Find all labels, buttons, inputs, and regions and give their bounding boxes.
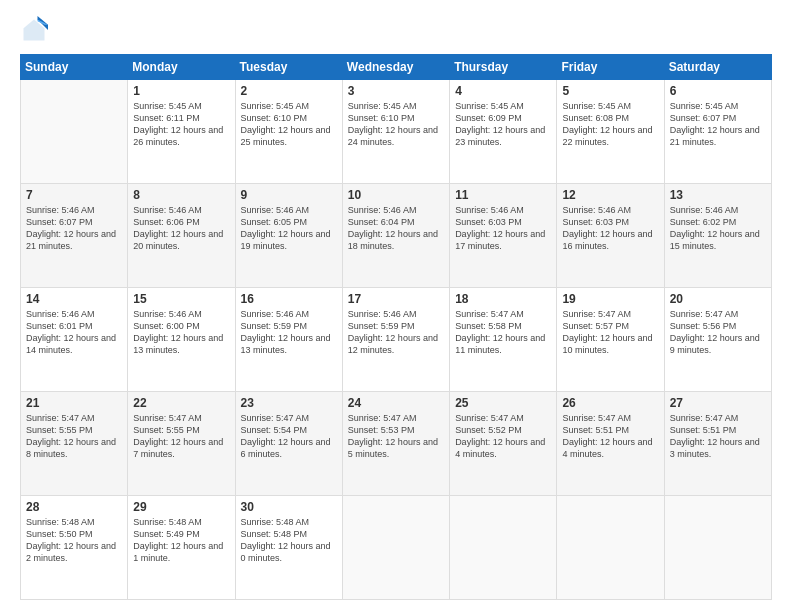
sunrise-text: Sunrise: 5:45 AM	[670, 100, 766, 112]
day-number: 6	[670, 84, 766, 98]
daylight-text: Daylight: 12 hours and 2 minutes.	[26, 540, 122, 564]
sunrise-text: Sunrise: 5:46 AM	[455, 204, 551, 216]
sunset-text: Sunset: 5:52 PM	[455, 424, 551, 436]
sunrise-text: Sunrise: 5:47 AM	[455, 308, 551, 320]
sunrise-text: Sunrise: 5:46 AM	[562, 204, 658, 216]
sunset-text: Sunset: 5:59 PM	[348, 320, 444, 332]
daylight-text: Daylight: 12 hours and 26 minutes.	[133, 124, 229, 148]
calendar-cell: 30 Sunrise: 5:48 AM Sunset: 5:48 PM Dayl…	[235, 496, 342, 600]
sunrise-text: Sunrise: 5:47 AM	[241, 412, 337, 424]
cell-info: Sunrise: 5:45 AM Sunset: 6:09 PM Dayligh…	[455, 100, 551, 149]
sunset-text: Sunset: 5:53 PM	[348, 424, 444, 436]
day-number: 30	[241, 500, 337, 514]
daylight-text: Daylight: 12 hours and 8 minutes.	[26, 436, 122, 460]
day-number: 4	[455, 84, 551, 98]
cell-info: Sunrise: 5:45 AM Sunset: 6:08 PM Dayligh…	[562, 100, 658, 149]
column-header-wednesday: Wednesday	[342, 55, 449, 80]
calendar-cell: 19 Sunrise: 5:47 AM Sunset: 5:57 PM Dayl…	[557, 288, 664, 392]
calendar-header: SundayMondayTuesdayWednesdayThursdayFrid…	[21, 55, 772, 80]
cell-info: Sunrise: 5:47 AM Sunset: 5:58 PM Dayligh…	[455, 308, 551, 357]
column-header-friday: Friday	[557, 55, 664, 80]
day-number: 19	[562, 292, 658, 306]
day-number: 9	[241, 188, 337, 202]
daylight-text: Daylight: 12 hours and 12 minutes.	[348, 332, 444, 356]
day-number: 15	[133, 292, 229, 306]
daylight-text: Daylight: 12 hours and 24 minutes.	[348, 124, 444, 148]
sunrise-text: Sunrise: 5:46 AM	[133, 308, 229, 320]
calendar-cell: 29 Sunrise: 5:48 AM Sunset: 5:49 PM Dayl…	[128, 496, 235, 600]
sunrise-text: Sunrise: 5:47 AM	[670, 308, 766, 320]
calendar-table: SundayMondayTuesdayWednesdayThursdayFrid…	[20, 54, 772, 600]
cell-info: Sunrise: 5:48 AM Sunset: 5:49 PM Dayligh…	[133, 516, 229, 565]
column-header-thursday: Thursday	[450, 55, 557, 80]
calendar-cell: 4 Sunrise: 5:45 AM Sunset: 6:09 PM Dayli…	[450, 80, 557, 184]
sunset-text: Sunset: 6:07 PM	[26, 216, 122, 228]
daylight-text: Daylight: 12 hours and 9 minutes.	[670, 332, 766, 356]
calendar-cell: 27 Sunrise: 5:47 AM Sunset: 5:51 PM Dayl…	[664, 392, 771, 496]
column-header-sunday: Sunday	[21, 55, 128, 80]
day-number: 3	[348, 84, 444, 98]
cell-info: Sunrise: 5:47 AM Sunset: 5:51 PM Dayligh…	[670, 412, 766, 461]
sunrise-text: Sunrise: 5:48 AM	[133, 516, 229, 528]
daylight-text: Daylight: 12 hours and 11 minutes.	[455, 332, 551, 356]
calendar-cell	[664, 496, 771, 600]
sunset-text: Sunset: 5:56 PM	[670, 320, 766, 332]
day-number: 23	[241, 396, 337, 410]
cell-info: Sunrise: 5:46 AM Sunset: 6:00 PM Dayligh…	[133, 308, 229, 357]
cell-info: Sunrise: 5:47 AM Sunset: 5:51 PM Dayligh…	[562, 412, 658, 461]
sunrise-text: Sunrise: 5:47 AM	[562, 308, 658, 320]
sunrise-text: Sunrise: 5:47 AM	[562, 412, 658, 424]
calendar-cell: 1 Sunrise: 5:45 AM Sunset: 6:11 PM Dayli…	[128, 80, 235, 184]
daylight-text: Daylight: 12 hours and 13 minutes.	[133, 332, 229, 356]
calendar-cell: 18 Sunrise: 5:47 AM Sunset: 5:58 PM Dayl…	[450, 288, 557, 392]
daylight-text: Daylight: 12 hours and 13 minutes.	[241, 332, 337, 356]
sunset-text: Sunset: 5:55 PM	[133, 424, 229, 436]
daylight-text: Daylight: 12 hours and 21 minutes.	[670, 124, 766, 148]
header-row: SundayMondayTuesdayWednesdayThursdayFrid…	[21, 55, 772, 80]
day-number: 7	[26, 188, 122, 202]
day-number: 13	[670, 188, 766, 202]
sunrise-text: Sunrise: 5:45 AM	[562, 100, 658, 112]
sunrise-text: Sunrise: 5:46 AM	[348, 204, 444, 216]
daylight-text: Daylight: 12 hours and 21 minutes.	[26, 228, 122, 252]
calendar-cell: 16 Sunrise: 5:46 AM Sunset: 5:59 PM Dayl…	[235, 288, 342, 392]
cell-info: Sunrise: 5:46 AM Sunset: 6:04 PM Dayligh…	[348, 204, 444, 253]
daylight-text: Daylight: 12 hours and 18 minutes.	[348, 228, 444, 252]
sunrise-text: Sunrise: 5:47 AM	[133, 412, 229, 424]
calendar-cell: 13 Sunrise: 5:46 AM Sunset: 6:02 PM Dayl…	[664, 184, 771, 288]
sunset-text: Sunset: 6:10 PM	[348, 112, 444, 124]
calendar-cell: 11 Sunrise: 5:46 AM Sunset: 6:03 PM Dayl…	[450, 184, 557, 288]
cell-info: Sunrise: 5:46 AM Sunset: 6:01 PM Dayligh…	[26, 308, 122, 357]
daylight-text: Daylight: 12 hours and 4 minutes.	[455, 436, 551, 460]
cell-info: Sunrise: 5:47 AM Sunset: 5:52 PM Dayligh…	[455, 412, 551, 461]
calendar-cell: 10 Sunrise: 5:46 AM Sunset: 6:04 PM Dayl…	[342, 184, 449, 288]
week-row-5: 28 Sunrise: 5:48 AM Sunset: 5:50 PM Dayl…	[21, 496, 772, 600]
sunset-text: Sunset: 6:09 PM	[455, 112, 551, 124]
daylight-text: Daylight: 12 hours and 14 minutes.	[26, 332, 122, 356]
sunrise-text: Sunrise: 5:47 AM	[26, 412, 122, 424]
daylight-text: Daylight: 12 hours and 3 minutes.	[670, 436, 766, 460]
day-number: 1	[133, 84, 229, 98]
sunrise-text: Sunrise: 5:45 AM	[455, 100, 551, 112]
sunrise-text: Sunrise: 5:46 AM	[241, 204, 337, 216]
sunset-text: Sunset: 6:05 PM	[241, 216, 337, 228]
column-header-saturday: Saturday	[664, 55, 771, 80]
cell-info: Sunrise: 5:46 AM Sunset: 6:07 PM Dayligh…	[26, 204, 122, 253]
calendar-cell: 14 Sunrise: 5:46 AM Sunset: 6:01 PM Dayl…	[21, 288, 128, 392]
cell-info: Sunrise: 5:45 AM Sunset: 6:10 PM Dayligh…	[348, 100, 444, 149]
cell-info: Sunrise: 5:46 AM Sunset: 6:02 PM Dayligh…	[670, 204, 766, 253]
sunrise-text: Sunrise: 5:47 AM	[348, 412, 444, 424]
day-number: 5	[562, 84, 658, 98]
sunset-text: Sunset: 5:49 PM	[133, 528, 229, 540]
calendar-cell	[450, 496, 557, 600]
calendar-cell: 24 Sunrise: 5:47 AM Sunset: 5:53 PM Dayl…	[342, 392, 449, 496]
calendar-cell: 5 Sunrise: 5:45 AM Sunset: 6:08 PM Dayli…	[557, 80, 664, 184]
day-number: 17	[348, 292, 444, 306]
daylight-text: Daylight: 12 hours and 19 minutes.	[241, 228, 337, 252]
day-number: 25	[455, 396, 551, 410]
cell-info: Sunrise: 5:47 AM Sunset: 5:54 PM Dayligh…	[241, 412, 337, 461]
column-header-tuesday: Tuesday	[235, 55, 342, 80]
week-row-3: 14 Sunrise: 5:46 AM Sunset: 6:01 PM Dayl…	[21, 288, 772, 392]
sunrise-text: Sunrise: 5:47 AM	[455, 412, 551, 424]
sunset-text: Sunset: 6:08 PM	[562, 112, 658, 124]
